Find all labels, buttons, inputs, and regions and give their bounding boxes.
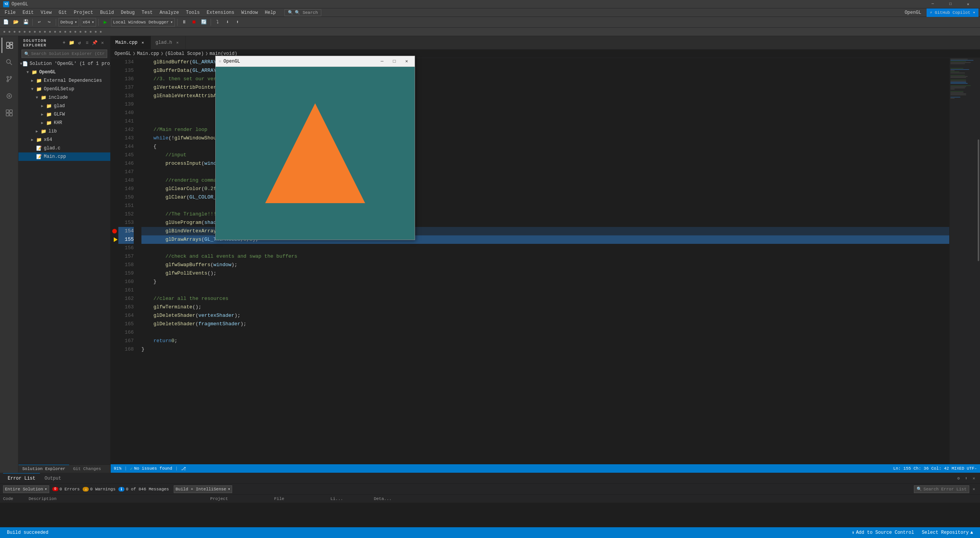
folder-icon: 📁	[40, 129, 47, 134]
build-config-label: Build + IntelliSense	[176, 487, 226, 492]
step-out-btn[interactable]: ⬆	[233, 18, 242, 26]
debug-activity-icon[interactable]	[2, 88, 17, 104]
tree-item-opengl[interactable]: ▼ 📁 OpenGL	[18, 68, 110, 76]
tree-item-khr[interactable]: ▶ 📁 KHR	[18, 119, 110, 127]
step-over-btn[interactable]: ⤵	[213, 18, 222, 26]
messages-badge-item[interactable]: ℹ 0 of 846 Messages	[118, 487, 169, 492]
panel-move-icon[interactable]: ⬆	[963, 475, 969, 482]
menu-extensions[interactable]: Extensions	[204, 9, 238, 16]
line-num: 135	[118, 66, 134, 75]
close-sidebar-icon[interactable]: ✕	[100, 40, 106, 46]
menu-build[interactable]: Build	[97, 9, 117, 16]
line-num: 153	[118, 219, 134, 227]
search-solution-input[interactable]	[31, 51, 105, 56]
menu-debug[interactable]: Debug	[118, 9, 138, 16]
check-icon: ✓	[130, 466, 133, 471]
search-solution-box[interactable]: 🔍	[22, 50, 107, 58]
github-copilot-button[interactable]: ⚡ GitHub Copilot ▾	[927, 8, 978, 17]
col-code: Code	[3, 497, 13, 501]
tree-item-openglsetup[interactable]: ▼ 📁 OpenGLSetup	[18, 85, 110, 93]
current-line-arrow	[114, 237, 118, 242]
error-list-tab[interactable]: Error List	[3, 473, 40, 484]
open-btn[interactable]: 📂	[12, 18, 20, 26]
explorer-activity-icon[interactable]	[2, 38, 17, 53]
git-activity-icon[interactable]	[2, 71, 17, 87]
undo-btn[interactable]: ↩	[35, 18, 43, 26]
solution-filter-dropdown[interactable]: Entire Solution ▾	[3, 485, 49, 493]
menu-test[interactable]: Test	[139, 9, 156, 16]
opengl-preview-window[interactable]: ■ OpenGL ─ □ ✕	[215, 56, 415, 240]
tab-gladh[interactable]: glad.h ✕	[151, 36, 186, 49]
tab-close-icon[interactable]: ✕	[140, 40, 146, 46]
menu-git[interactable]: Git	[55, 9, 70, 16]
tab-maincpp[interactable]: Main.cpp ✕	[111, 36, 151, 49]
panel-settings-icon[interactable]: ⚙	[955, 475, 962, 482]
pin-icon[interactable]: 📌	[92, 40, 98, 46]
tree-item-include[interactable]: ▼ 📁 include	[18, 93, 110, 102]
select-repository-button[interactable]: Select Repository ▲	[918, 527, 977, 538]
new-file-icon[interactable]: +	[61, 40, 67, 46]
svg-point-6	[7, 76, 8, 78]
gutter-row	[111, 176, 118, 185]
opengl-close-button[interactable]: ✕	[402, 58, 412, 65]
opengl-maximize-button[interactable]: □	[389, 58, 399, 65]
minimize-button[interactable]: ─	[924, 0, 942, 8]
stop-btn[interactable]: ⏹	[190, 18, 198, 26]
platform-dropdown[interactable]: x64 ▾	[81, 18, 96, 26]
step-into-btn[interactable]: ⬇	[223, 18, 232, 26]
close-button[interactable]: ✕	[959, 0, 977, 8]
pause-btn[interactable]: ⏸	[180, 18, 188, 26]
menu-window[interactable]: Window	[238, 9, 261, 16]
tab-close-icon[interactable]: ✕	[174, 40, 181, 46]
save-btn[interactable]: 💾	[22, 18, 30, 26]
extensions-activity-icon[interactable]	[2, 105, 17, 121]
debug-config-dropdown[interactable]: Debug ▾	[58, 18, 79, 26]
menu-file[interactable]: File	[2, 9, 19, 16]
warnings-badge-item[interactable]: ⚠ 0 Warnings	[83, 487, 115, 492]
tree-item-glfw[interactable]: ▶ 📁 GLFW	[18, 110, 110, 119]
chevron-down-icon: ▾	[228, 487, 231, 492]
tree-item-solution[interactable]: ▼ 📄 Solution 'OpenGL' (1 of 1 project)	[18, 60, 110, 68]
maximize-button[interactable]: □	[942, 0, 959, 8]
tree-item-ext-deps[interactable]: ▶ 📁 External Dependencies	[18, 76, 110, 85]
menu-project[interactable]: Project	[71, 9, 96, 16]
search-activity-icon[interactable]	[2, 55, 17, 70]
panel-close-icon[interactable]: ✕	[971, 475, 977, 482]
menu-search-box[interactable]: 🔍 🔍 Search	[284, 9, 321, 16]
collapse-icon[interactable]: ≡	[84, 40, 90, 46]
code-line-158: glfwSwapBuffers(window);	[141, 261, 949, 269]
new-folder-icon[interactable]: 📁	[69, 40, 75, 46]
solution-explorer-tab[interactable]: Solution Explorer	[18, 465, 69, 473]
redo-btn[interactable]: ↪	[45, 18, 53, 26]
code-line-163: glfwTerminate();	[141, 303, 949, 311]
menu-analyze[interactable]: Analyze	[156, 9, 182, 16]
menu-view[interactable]: View	[38, 9, 55, 16]
opengl-minimize-button[interactable]: ─	[377, 58, 387, 65]
new-project-btn[interactable]: 📄	[2, 18, 10, 26]
tree-item-lib[interactable]: ▶ 📁 lib	[18, 127, 110, 136]
errors-badge-item[interactable]: 0 0 Errors	[52, 487, 80, 492]
restart-btn[interactable]: 🔄	[200, 18, 208, 26]
menu-edit[interactable]: Edit	[20, 9, 37, 16]
tab-label: glad.h	[156, 40, 172, 45]
platform-label: x64	[83, 20, 90, 25]
refresh-icon[interactable]: ↺	[76, 40, 83, 46]
run-config-dropdown[interactable]: Local Windows Debugger ▾	[111, 18, 175, 26]
clear-search-icon[interactable]: ✕	[971, 486, 977, 492]
opengl-window-title: OpenGL	[224, 59, 375, 64]
add-to-source-control-button[interactable]: ⬆ Add to Source Control	[848, 527, 918, 538]
line-num: 141	[118, 117, 134, 126]
tree-item-maincpp[interactable]: ▶ 📝 Main.cpp	[18, 152, 110, 161]
build-config-dropdown[interactable]: Build + IntelliSense ▾	[174, 485, 233, 493]
tree-item-gladc[interactable]: ▶ 📝 glad.c	[18, 144, 110, 152]
tree-item-x64[interactable]: ▶ 📁 x64	[18, 136, 110, 144]
menu-help[interactable]: Help	[262, 9, 279, 16]
error-search-box[interactable]: 🔍 Search Error List	[914, 485, 969, 493]
tree-item-glad[interactable]: ▶ 📁 glad	[18, 102, 110, 110]
menu-tools[interactable]: Tools	[183, 9, 203, 16]
build-status-item[interactable]: Build succeeded	[3, 527, 52, 538]
code-line-157: //check and call events and swap the buf…	[141, 252, 949, 261]
git-changes-tab[interactable]: Git Changes	[69, 465, 105, 473]
output-tab[interactable]: Output	[40, 473, 66, 484]
play-btn[interactable]: ▶	[101, 18, 110, 26]
